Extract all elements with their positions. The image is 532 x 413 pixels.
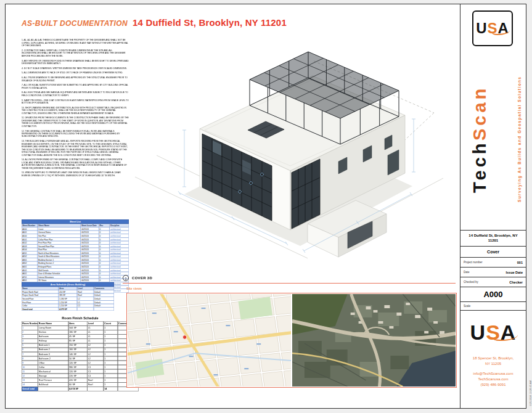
table-cell: 1 [104,378,118,382]
table-cell: Bathroom [38,335,68,339]
location-marker [182,335,186,339]
table-cell: 10 [22,365,38,369]
general-note: 7. ALL OR EQUAL SUBSTITUTIONS MUST BE SU… [22,84,129,89]
table-cell: 11 [22,369,38,374]
general-note: 14. ALL WORK PERFORMED BY THE GENERAL CO… [22,158,129,170]
table-cell: 6 [22,348,38,352]
table-cell: 4,074 SF [68,386,87,391]
table-row: 10Cellar980 SFC11 [22,365,139,369]
table-cell: 1 [104,369,118,374]
table-row: 14Bulkhead60 SFRoof1 [22,382,139,386]
table-row: 5Bedroom 1150 SFL21 [22,343,139,348]
usa-logo-letter-a: A [498,20,509,36]
titleblock-sheet-number: A000 [460,287,526,301]
table-cell: 1 [104,343,118,348]
contact-block: 18 Spencer St, Brooklyn,NY 11205info@Tec… [460,356,526,388]
table-row: 8Bathroom 250 SFL21 [22,356,139,361]
table-cell: 140 SF [68,352,87,356]
brand-word-scan: Scan [470,86,490,141]
table-cell: Mechanical [38,369,68,374]
table-cell: C1 [87,374,104,378]
table-row: 3Bathroom45 SFL11 [22,335,139,339]
table-cell: Cellar [38,365,68,369]
table-cell: 220 SF [68,374,87,378]
checked-by-label: Checked by [464,280,478,284]
table-cell [94,307,114,311]
viewport-titlebar: 1 COVER 3D [123,274,458,285]
table-cell: 344 SF [68,326,87,330]
usa-logo-bottom-row: USA [460,310,526,353]
table-cell [77,307,94,311]
table-cell: Bathroom 2 [38,356,68,361]
table-cell: 120 SF [68,361,87,365]
table-cell: 1 [104,374,118,378]
table-cell [87,386,104,391]
area-schedule-body: Project North Roof410 SFRoofDefaultProje… [22,290,114,311]
table-cell: C1 [87,369,104,374]
table-cell: L2 [87,356,104,361]
general-note: 9. DAMP PROOFING - ONE COAT CONTINUOUS E… [22,99,129,104]
project-title: 14 Duffield St, Brooklyn, NY 11201 [133,17,287,28]
usa-logo-letter-s: S [486,321,501,344]
table-cell: Bedroom 3 [38,352,68,356]
usa-logo-letter-s: S [487,20,497,36]
table-cell: 2 [22,330,38,335]
site-views-label: Site views [126,287,142,290]
table-row: Grand total4,375 SF [22,307,114,311]
general-note: 12. THE GENERAL CONTRACTOR SHALL BE RESP… [22,129,129,137]
table-cell: Office [38,361,68,365]
date-value: Issue Date [505,271,523,274]
usa-logo-letter-u: U [470,321,486,344]
titleblock-sidebar: USA TechScan Surveying As Builds and Geo… [460,4,526,408]
table-cell: L1 [87,330,104,335]
table-cell: 1 [104,339,118,343]
usa-logo-bottom: USA [470,322,517,343]
table-cell: 120 SF [68,369,87,374]
titleblock-scale-row: Scale [460,301,526,310]
sheet-list-table: Sheet List Sheet NumberSheet NameSheet I… [22,219,129,292]
viewport-label: COVER 3D [132,276,152,280]
table-cell: Area [68,322,87,326]
table-cell: Bedroom 2 [38,348,68,352]
sheet-list-title: Sheet List [22,219,129,224]
table-cell: 85 SF [68,339,87,343]
table-cell: Grand total [22,386,38,391]
titleblock-sheet-name: Cover [460,246,526,257]
table-cell: L2 [87,361,104,365]
table-cell: 7 [22,352,38,356]
table-cell: 4 [22,339,38,343]
table-cell: 8 [22,356,38,361]
general-note: 10. SHOP DRAWING REVIEW AND DISTRIBUTION… [22,106,129,114]
general-note: 1. A1, A2, A3, A4 & A5 THESE DOCUMENTS A… [22,39,129,47]
room-finish-body: 1Living Room344 SFL112Kitchen180 SFL113B… [22,326,139,391]
contact-line: 18 Spencer St, Brooklyn, [460,356,526,361]
usa-logo-box: USA [472,10,513,46]
table-row: Grand total4,074 SF14 [22,386,139,391]
table-cell: 5 [22,343,38,348]
general-note: 2. CONTRACTOR SHALL VERIFY ALL CONDITION… [22,49,129,57]
contact-line: info@TechScanusa.com [460,371,526,377]
table-cell: L1 [87,335,104,339]
table-cell: 14 [22,382,38,386]
table-cell: 1 [104,356,118,361]
table-row: 4Hallway85 SFL11 [22,339,139,343]
area-schedule-title: Area Schedule (Gross Building) [22,282,114,287]
usa-logo: USA [476,21,509,36]
room-finish-schedule-title: Room Finish Schedule [22,316,139,320]
room-finish-schedule-table: Room NumberRoom NameAreaLevelCountCommen… [22,322,139,391]
table-row: 9Office120 SFL21 [22,361,139,365]
print-stamp: 6/25/2024 10:28:45 AM [529,380,532,406]
table-cell: Roof [87,378,104,382]
titleblock-project-address: 14 Duffield St, Brooklyn, NY 11201 [460,230,526,246]
table-cell: Living Room [38,326,68,330]
table-cell: L2 [87,348,104,352]
table-cell: 1 [104,326,118,330]
brand-word-tech: Tech [470,141,490,194]
street-map [128,294,291,386]
table-cell: Roof Terrace [38,378,68,382]
table-cell: 9 [22,361,38,365]
table-cell: 60 SF [68,382,87,386]
room-finish-header: Room NumberRoom NameAreaLevelCountCommen… [22,322,139,326]
general-note: 6. ALL TRUSS DRAWINGS TO BE REVIEWED AND… [22,76,129,82]
checked-by-value: Checker [509,280,523,284]
